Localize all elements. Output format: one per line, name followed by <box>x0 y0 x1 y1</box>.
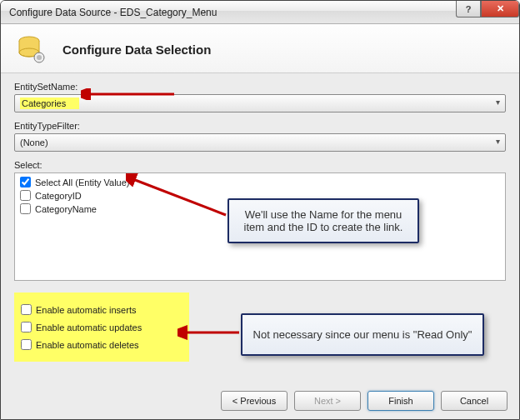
callout-text: Not necessary since our menu is "Read On… <box>253 328 472 341</box>
callout-text: We'll use the Name for the menu item and… <box>244 208 403 233</box>
select-item-label: CategoryName <box>35 204 97 214</box>
close-button[interactable]: ✕ <box>481 1 519 18</box>
enable-deletes-label: Enable automatic deletes <box>36 340 139 350</box>
cancel-button[interactable]: Cancel <box>441 391 508 411</box>
dialog-title: Configure Data Selection <box>62 42 211 57</box>
select-item-label: CategoryID <box>35 191 82 201</box>
enable-deletes-checkbox[interactable] <box>21 339 32 350</box>
help-button[interactable]: ? <box>456 1 481 18</box>
enable-updates-label: Enable automatic updates <box>36 322 142 332</box>
select-item-label: Select All (Entity Value) <box>35 178 130 188</box>
enable-updates-row[interactable]: Enable automatic updates <box>21 322 182 332</box>
window-title: Configure Data Source - EDS_Category_Men… <box>9 7 217 18</box>
select-item-all[interactable]: Select All (Entity Value) <box>20 177 500 188</box>
select-checkbox-categoryname[interactable] <box>20 203 31 214</box>
select-checkbox-all[interactable] <box>20 177 31 188</box>
entitytypefilter-value: (None) <box>20 138 48 148</box>
entitytypefilter-label: EntityTypeFilter: <box>14 121 506 131</box>
auto-operations-group: Enable automatic inserts Enable automati… <box>14 292 189 362</box>
dialog-window: Configure Data Source - EDS_Category_Men… <box>0 0 520 420</box>
finish-button[interactable]: Finish <box>368 391 434 411</box>
entitysetname-label: EntitySetName: <box>14 82 506 92</box>
next-button[interactable]: Next > <box>294 391 361 411</box>
database-icon <box>16 34 46 64</box>
callout-select-info: We'll use the Name for the menu item and… <box>228 198 419 243</box>
enable-inserts-row[interactable]: Enable automatic inserts <box>21 304 182 315</box>
entitytypefilter-dropdown[interactable]: (None) <box>14 133 506 152</box>
previous-button[interactable]: < Previous <box>221 391 288 411</box>
select-checkbox-categoryid[interactable] <box>20 190 31 201</box>
titlebar: Configure Data Source - EDS_Category_Men… <box>1 1 519 24</box>
select-label: Select: <box>14 160 506 170</box>
titlebar-controls: ? ✕ <box>456 1 519 18</box>
dialog-header: Configure Data Selection <box>1 24 519 73</box>
enable-deletes-row[interactable]: Enable automatic deletes <box>21 339 182 350</box>
callout-readonly-info: Not necessary since our menu is "Read On… <box>241 313 484 356</box>
entitysetname-dropdown[interactable]: Categories <box>14 94 506 112</box>
dialog-footer: < Previous Next > Finish Cancel <box>1 382 519 419</box>
enable-inserts-checkbox[interactable] <box>21 304 32 315</box>
enable-updates-checkbox[interactable] <box>21 322 32 332</box>
entitysetname-value: Categories <box>20 98 79 109</box>
enable-inserts-label: Enable automatic inserts <box>36 305 136 315</box>
dialog-body: EntitySetName: Categories EntityTypeFilt… <box>1 73 519 370</box>
